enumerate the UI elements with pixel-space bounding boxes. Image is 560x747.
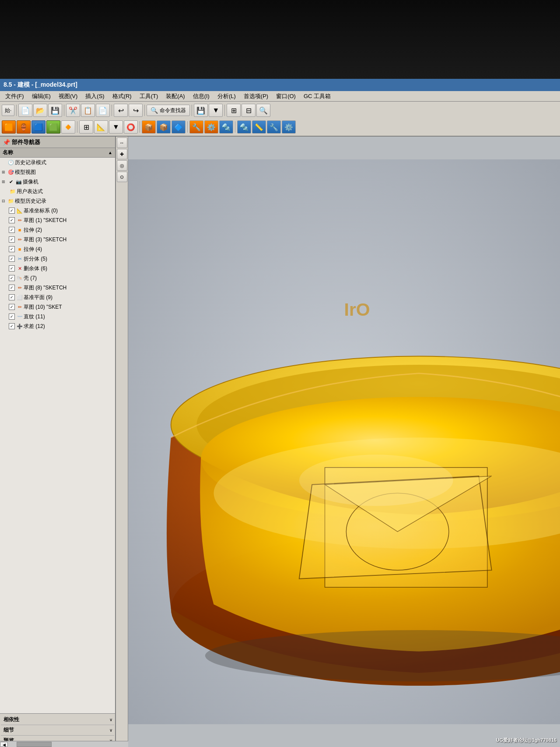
scroll-thumb[interactable] [17, 742, 52, 747]
datum-csys-icon: 📐 [16, 207, 24, 214]
model-btn-10[interactable]: 📦 [142, 120, 156, 134]
model-btn-12[interactable]: 🔷 [172, 120, 186, 134]
tree-item-model-views[interactable]: ⊞ 🎯 模型视图 [0, 167, 115, 177]
tree-item-subtract-12[interactable]: ✓ ➕ 求差 (12) [0, 321, 115, 331]
model-btn-11[interactable]: 📦 [157, 120, 171, 134]
model-btn-2[interactable]: 🏺 [17, 120, 31, 134]
command-finder-button[interactable]: 🔍 命令查找器 [147, 105, 190, 116]
separator-6 [224, 105, 225, 116]
datum-csys-label: 基准坐标系 (0) [24, 207, 58, 215]
tree-item-ruled-11[interactable]: ✓ 〰 直纹 (11) [0, 312, 115, 321]
tree-item-extrude-2[interactable]: ✓ ■ 拉伸 (2) [0, 225, 115, 235]
menu-analysis[interactable]: 分析(L) [214, 92, 239, 101]
tree-item-delete-6[interactable]: ✓ ✕ 删余体 (6) [0, 264, 115, 273]
menu-view[interactable]: 视图(V) [55, 92, 81, 101]
menu-assembly[interactable]: 装配(A) [162, 92, 188, 101]
grid-button[interactable]: ⊞ [227, 104, 241, 117]
start-button[interactable]: 始· [2, 105, 14, 116]
checkbox-extrude-2[interactable]: ✓ [9, 227, 15, 233]
model-btn-1[interactable]: 🟧 [2, 120, 16, 134]
view-btn[interactable]: ⊟ [242, 104, 256, 117]
model-btn-8[interactable]: ▼ [109, 120, 123, 134]
save-button[interactable]: 💾 [48, 104, 62, 117]
horizontal-scrollbar[interactable]: ◀ ▶ [0, 741, 116, 747]
tree-item-split-5[interactable]: ✓ ✂ 折分体 (5) [0, 254, 115, 264]
separator-10 [235, 121, 235, 133]
menu-gc-tools[interactable]: GC 工具箱 [300, 92, 334, 101]
separator-7 [77, 121, 77, 133]
model-btn-17[interactable]: 📏 [252, 120, 266, 134]
model-btn-7[interactable]: 📐 [94, 120, 108, 134]
checkbox-subtract-12[interactable]: ✓ [9, 323, 15, 329]
details-arrow[interactable]: ∨ [108, 728, 114, 733]
3d-viewport[interactable]: IrO UG爱好者论坛@1gh770816 [128, 137, 560, 747]
side-btn-1[interactable]: ↔ [117, 137, 127, 148]
model-btn-9[interactable]: ⭕ [124, 120, 138, 134]
open-button[interactable]: 📂 [33, 104, 47, 117]
checkbox-sketch-3[interactable]: ✓ [9, 236, 15, 243]
tree-item-model-history[interactable]: ⊟ 📁 模型历史记录 [0, 196, 115, 206]
tree-item-sketch-3[interactable]: ✓ ✏ 草图 (3) "SKETCH [0, 235, 115, 244]
checkbox-sketch-8[interactable]: ✓ [9, 285, 15, 291]
checkbox-shell-7[interactable]: ✓ [9, 275, 15, 281]
zoom-button[interactable]: 🔍 [256, 104, 270, 117]
iro-label: IrO [344, 300, 370, 320]
checkbox-sketch-1[interactable]: ✓ [9, 217, 15, 223]
svg-point-8 [299, 455, 453, 506]
redo-button[interactable]: ↪ [129, 104, 143, 117]
menu-edit[interactable]: 编辑(E) [28, 92, 54, 101]
side-btn-4[interactable]: ⊙ [117, 172, 127, 182]
tree-item-sketch-1[interactable]: ✓ ✏ 草图 (1) "SKETCH [0, 215, 115, 225]
tree-item-camera[interactable]: ⊞ ✔ 📷 摄像机 [0, 177, 115, 187]
tree-sort-icon[interactable]: ▲ [108, 150, 112, 155]
checkbox-datum-plane-9[interactable]: ✓ [9, 294, 15, 300]
checkbox-ruled-11[interactable]: ✓ [9, 314, 15, 320]
side-btn-2[interactable]: ✚ [117, 149, 127, 159]
model-btn-6[interactable]: ⊞ [79, 120, 93, 134]
snapshot-button[interactable]: 💾 [194, 104, 208, 117]
menu-tools[interactable]: 工具(T) [136, 92, 162, 101]
copy-button[interactable]: 📄 [96, 104, 110, 117]
tree-content[interactable]: 🕐 历史记录模式 ⊞ 🎯 模型视图 ⊞ ✔ 📷 摄像机 [0, 158, 115, 713]
tree-item-history-mode[interactable]: 🕐 历史记录模式 [0, 158, 115, 167]
model-btn-19[interactable]: ⚙️ [282, 120, 296, 134]
menu-preferences[interactable]: 首选项(P) [240, 92, 272, 101]
tree-item-datum-plane-9[interactable]: ✓ ⬜ 基准平面 (9) [0, 292, 115, 302]
menu-info[interactable]: 信息(I) [189, 92, 213, 101]
checkbox-extrude-4[interactable]: ✓ [9, 246, 15, 252]
checkbox-sketch-10[interactable]: ✓ [9, 304, 15, 310]
tree-item-sketch-10[interactable]: ✓ ✏ 草图 (10) "SKET [0, 302, 115, 312]
tree-item-user-expr[interactable]: 📁 用户表达式 [0, 187, 115, 196]
cut-button[interactable]: ✂️ [66, 104, 80, 117]
tree-item-datum-csys[interactable]: ✓ 📐 基准坐标系 (0) [0, 206, 115, 215]
shell-7-icon: 🐚 [16, 275, 24, 282]
dropdown-btn-1[interactable]: ▼ [209, 104, 223, 117]
tree-item-extrude-4[interactable]: ✓ ■ 拉伸 (4) [0, 244, 115, 254]
details-row[interactable]: 细节 ∨ [1, 725, 114, 736]
dependencies-row[interactable]: 相依性 ∨ [1, 715, 114, 725]
checkbox-split-5[interactable]: ✓ [9, 256, 15, 262]
model-btn-15[interactable]: 🔩 [219, 120, 233, 134]
model-btn-13[interactable]: 🔧 [189, 120, 203, 134]
model-btn-14[interactable]: ⚙️ [204, 120, 218, 134]
model-btn-4[interactable]: 🟩 [46, 120, 60, 134]
tree-item-sketch-8[interactable]: ✓ ✏ 草图 (8) "SKETCH [0, 283, 115, 292]
dependencies-arrow[interactable]: ∨ [108, 717, 114, 722]
paste-button[interactable]: 📋 [81, 104, 95, 117]
checkbox-datum-csys[interactable]: ✓ [9, 208, 15, 214]
model-btn-3[interactable]: 🟦 [32, 120, 46, 134]
undo-button[interactable]: ↩ [114, 104, 128, 117]
new-button[interactable]: 📄 [18, 104, 32, 117]
side-btn-3[interactable]: ◎ [117, 160, 127, 171]
model-btn-18[interactable]: 🔧 [267, 120, 281, 134]
menu-format[interactable]: 格式(R) [109, 92, 135, 101]
tree-item-shell-7[interactable]: ✓ 🐚 壳 (7) [0, 273, 115, 283]
model-btn-16[interactable]: 🔩 [237, 120, 251, 134]
scroll-left-btn[interactable]: ◀ [0, 742, 8, 747]
panel-title: 部件导航器 [12, 138, 40, 146]
menu-window[interactable]: 窗口(O) [273, 92, 299, 101]
checkbox-delete-6[interactable]: ✓ [9, 265, 15, 271]
menu-insert[interactable]: 插入(S) [82, 92, 108, 101]
menu-file[interactable]: 文件(F) [2, 92, 28, 101]
model-btn-5[interactable]: 🔶 [61, 120, 75, 134]
